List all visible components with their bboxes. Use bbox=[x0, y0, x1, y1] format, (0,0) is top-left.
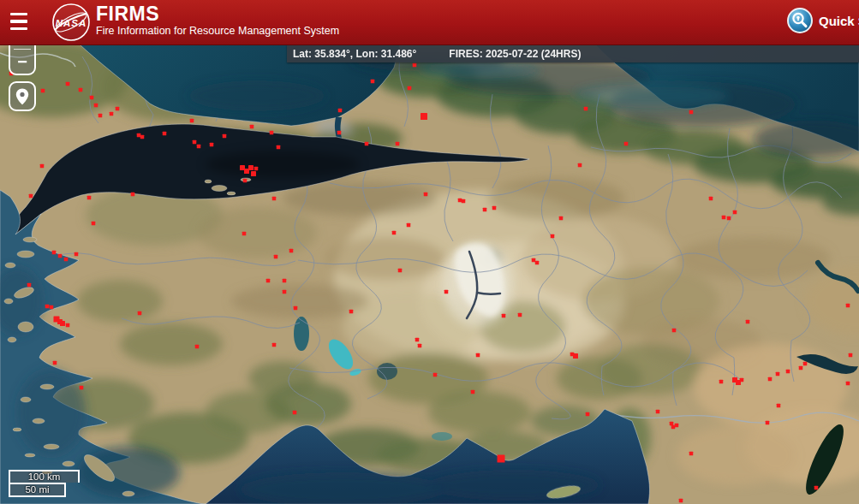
fire-dot[interactable] bbox=[398, 269, 403, 273]
fire-dot[interactable] bbox=[272, 197, 277, 201]
fire-dot[interactable] bbox=[337, 131, 342, 135]
fire-dot[interactable] bbox=[197, 145, 201, 149]
fire-dot[interactable] bbox=[670, 422, 674, 426]
fire-dot[interactable] bbox=[277, 145, 281, 150]
fire-dot[interactable] bbox=[656, 410, 660, 414]
fire-dot[interactable] bbox=[349, 310, 354, 314]
fire-dot[interactable] bbox=[803, 362, 808, 366]
fire-dot[interactable] bbox=[248, 165, 254, 170]
fire-dot[interactable] bbox=[462, 199, 466, 204]
nasa-logo[interactable]: NASA bbox=[51, 3, 91, 45]
fire-dot[interactable] bbox=[138, 311, 142, 316]
fire-dot[interactable] bbox=[532, 258, 536, 263]
fire-dot[interactable] bbox=[458, 199, 462, 203]
fire-dot[interactable] bbox=[799, 366, 803, 371]
fire-dot[interactable] bbox=[846, 304, 850, 308]
fire-dot[interactable] bbox=[58, 254, 63, 258]
fire-dot[interactable] bbox=[52, 251, 57, 255]
fire-dot[interactable] bbox=[518, 313, 522, 317]
fire-dot[interactable] bbox=[283, 290, 287, 294]
fire-dot[interactable] bbox=[90, 96, 94, 100]
fire-dot[interactable] bbox=[270, 131, 274, 135]
fire-dot[interactable] bbox=[140, 135, 145, 139]
fire-dot[interactable] bbox=[551, 234, 555, 239]
quick-search-button[interactable]: Quick Search bbox=[787, 8, 859, 33]
fire-dot[interactable] bbox=[849, 353, 853, 358]
fire-dot[interactable] bbox=[195, 345, 200, 349]
fire-dot[interactable] bbox=[433, 373, 438, 377]
fire-dot[interactable] bbox=[777, 404, 781, 408]
fire-dot[interactable] bbox=[814, 486, 819, 490]
fire-dot[interactable] bbox=[535, 261, 540, 265]
fire-dot[interactable] bbox=[294, 306, 298, 311]
fire-dot[interactable] bbox=[193, 140, 197, 145]
fire-dot[interactable] bbox=[66, 82, 70, 86]
fire-dot[interactable] bbox=[421, 113, 427, 120]
fire-dot[interactable] bbox=[116, 107, 120, 111]
map-canvas[interactable] bbox=[0, 44, 859, 504]
fire-dot[interactable] bbox=[60, 321, 65, 326]
fire-dot[interactable] bbox=[87, 196, 92, 200]
fire-dot[interactable] bbox=[573, 353, 578, 359]
fire-dot[interactable] bbox=[110, 112, 114, 116]
fire-dot[interactable] bbox=[584, 107, 588, 111]
fire-dot[interactable] bbox=[424, 193, 428, 197]
fire-dot[interactable] bbox=[418, 344, 422, 348]
fire-dot[interactable] bbox=[251, 171, 256, 176]
fire-dot[interactable] bbox=[709, 197, 713, 201]
fire-dot[interactable] bbox=[40, 164, 45, 169]
fire-dot[interactable] bbox=[29, 194, 33, 199]
fire-dot[interactable] bbox=[476, 353, 480, 358]
fire-dot[interactable] bbox=[740, 378, 744, 382]
fire-dot[interactable] bbox=[672, 329, 677, 333]
fire-dot[interactable] bbox=[578, 163, 582, 168]
fire-dot[interactable] bbox=[407, 223, 411, 228]
fire-dot[interactable] bbox=[242, 232, 247, 236]
fire-dot[interactable] bbox=[768, 377, 773, 382]
fire-dot[interactable] bbox=[483, 208, 487, 212]
fire-dot[interactable] bbox=[283, 279, 287, 283]
fire-dot[interactable] bbox=[471, 390, 475, 394]
fire-dot[interactable] bbox=[272, 343, 277, 347]
fire-dot[interactable] bbox=[45, 305, 50, 309]
fire-dot[interactable] bbox=[846, 382, 850, 386]
fire-dot[interactable] bbox=[722, 216, 726, 220]
fire-dot[interactable] bbox=[79, 88, 83, 92]
fire-dot[interactable] bbox=[371, 80, 375, 84]
fire-dot[interactable] bbox=[254, 167, 259, 171]
fire-dot[interactable] bbox=[137, 133, 141, 138]
fire-dot[interactable] bbox=[559, 216, 564, 221]
fire-dot[interactable] bbox=[53, 361, 57, 365]
fire-dot[interactable] bbox=[80, 386, 84, 390]
fire-dot[interactable] bbox=[365, 142, 369, 146]
fire-dot[interactable] bbox=[92, 222, 96, 226]
fire-dot[interactable] bbox=[163, 132, 167, 136]
fire-dot[interactable] bbox=[250, 125, 254, 129]
fire-dot[interactable] bbox=[392, 231, 397, 235]
fire-dot[interactable] bbox=[679, 499, 683, 503]
fire-dot[interactable] bbox=[293, 411, 297, 415]
fire-dot[interactable] bbox=[727, 216, 731, 221]
fire-dot[interactable] bbox=[41, 89, 45, 93]
fire-dot[interactable] bbox=[98, 114, 103, 118]
fire-dot[interactable] bbox=[675, 424, 679, 428]
fire-dot[interactable] bbox=[671, 425, 676, 430]
fire-dot[interactable] bbox=[266, 279, 271, 283]
fire-dot[interactable] bbox=[415, 338, 420, 342]
fire-dot[interactable] bbox=[746, 320, 750, 324]
fire-dot[interactable] bbox=[624, 142, 629, 146]
fire-dot[interactable] bbox=[586, 412, 590, 417]
fire-dot[interactable] bbox=[733, 210, 737, 215]
hamburger-menu-button[interactable] bbox=[10, 13, 29, 30]
fire-dot[interactable] bbox=[766, 421, 770, 425]
fire-dot[interactable] bbox=[94, 104, 98, 108]
fire-dot[interactable] bbox=[719, 380, 724, 384]
fire-dot[interactable] bbox=[27, 283, 32, 288]
fire-dot[interactable] bbox=[274, 255, 278, 259]
fire-dot[interactable] bbox=[498, 455, 505, 463]
fire-dot[interactable] bbox=[210, 143, 214, 147]
fire-dot[interactable] bbox=[243, 179, 248, 183]
fire-dot[interactable] bbox=[289, 249, 294, 253]
fire-dot[interactable] bbox=[66, 323, 70, 328]
fire-dot[interactable] bbox=[223, 134, 227, 139]
